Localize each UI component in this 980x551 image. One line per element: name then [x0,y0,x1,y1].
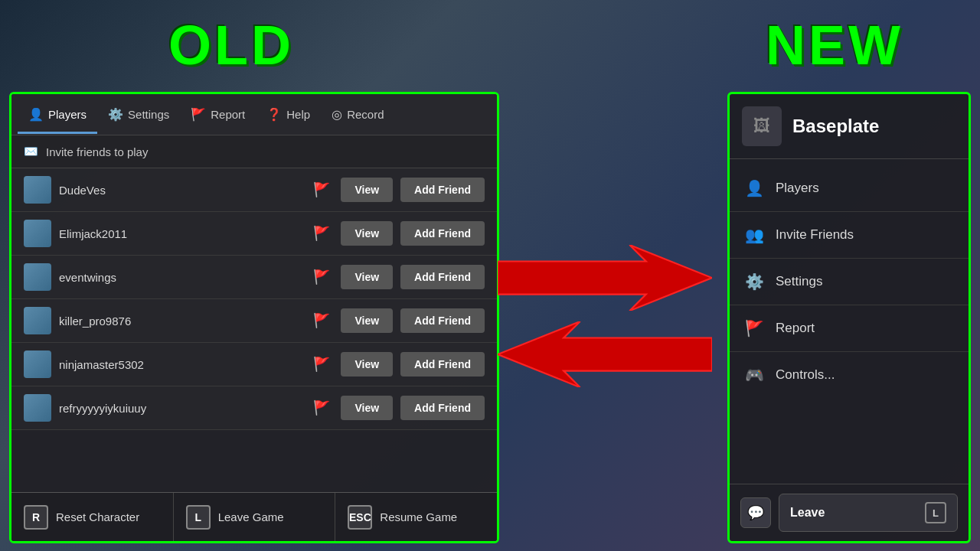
bottom-bar: R Reset Character L Leave Game ESC Resum… [11,492,497,541]
invite-friends-icon: 👥 [745,226,763,244]
player-name: killer_pro9876 [59,315,302,328]
tab-players-label: Players [48,108,87,121]
player-name: ninjamaster5302 [59,358,302,371]
player-name: DudeVes [59,184,302,197]
record-icon: ◎ [332,107,342,122]
controls-icon: 🎮 [745,366,763,384]
settings-icon: ⚙️ [745,272,763,291]
help-icon: ❓ [266,107,282,122]
table-row: eventwings 🚩 View Add Friend [11,256,497,299]
avatar [24,263,51,291]
mail-icon: ✉️ [24,145,38,158]
avatar [24,176,51,204]
arrow-left [498,321,712,390]
menu-item-players[interactable]: 👤 Players [730,165,969,212]
leave-button[interactable]: Leave L [779,494,958,532]
player-name: Elimjack2011 [59,227,302,240]
players-list: DudeVes 🚩 View Add Friend Elimjack2011 🚩… [11,168,497,492]
old-panel: 👤 Players ⚙️ Settings 🚩 Report ❓ Help ◎ … [9,92,499,543]
view-button[interactable]: View [341,178,393,202]
game-thumbnail: 🖼 [742,106,782,146]
view-button[interactable]: View [341,265,393,289]
esc-key-badge: ESC [348,505,372,530]
leave-key-badge: L [925,502,946,523]
resume-game-button[interactable]: ESC Resume Game [335,493,497,541]
view-button[interactable]: View [341,221,393,246]
resume-game-label: Resume Game [380,510,457,523]
flag-button[interactable]: 🚩 [310,396,333,419]
players-icon: 👤 [745,179,763,197]
leave-game-button[interactable]: L Leave Game [174,493,336,541]
tab-record[interactable]: ◎ Record [321,101,394,128]
report-icon: 🚩 [745,319,763,337]
tab-report-label: Report [211,108,245,121]
new-panel-header: 🖼 Baseplate [730,94,969,159]
flag-button[interactable]: 🚩 [310,178,333,201]
flag-button[interactable]: 🚩 [310,222,333,245]
menu-item-settings[interactable]: ⚙️ Settings [730,259,969,305]
add-friend-button[interactable]: Add Friend [400,178,485,202]
player-name: refryyyyyiykuiuuy [59,402,302,415]
add-friend-button[interactable]: Add Friend [400,308,485,333]
old-label: OLD [168,14,294,77]
table-row: ninjamaster5302 🚩 View Add Friend [11,343,497,386]
menu-item-invite-friends[interactable]: 👥 Invite Friends [730,212,969,259]
menu-invite-label: Invite Friends [776,227,854,243]
table-row: refryyyyyiykuiuuy 🚩 View Add Friend [11,386,497,430]
players-icon: 👤 [28,107,44,122]
avatar [24,307,51,334]
flag-button[interactable]: 🚩 [310,309,333,332]
settings-icon: ⚙️ [108,107,123,122]
reset-character-label: Reset Character [56,510,139,523]
menu-controls-label: Controls... [776,367,835,383]
tab-report[interactable]: 🚩 Report [180,101,256,128]
r-key-badge: R [24,505,48,530]
new-panel-menu: 👤 Players 👥 Invite Friends ⚙️ Settings 🚩… [730,159,969,484]
tab-bar: 👤 Players ⚙️ Settings 🚩 Report ❓ Help ◎ … [11,94,497,135]
add-friend-button[interactable]: Add Friend [400,265,485,289]
add-friend-button[interactable]: Add Friend [400,396,485,420]
menu-report-label: Report [776,321,815,336]
new-panel-footer: 💬 Leave L [730,484,969,541]
table-row: Elimjack2011 🚩 View Add Friend [11,212,497,256]
flag-button[interactable]: 🚩 [310,266,333,289]
menu-item-controls[interactable]: 🎮 Controls... [730,352,969,398]
arrow-right [498,245,712,314]
leave-label: Leave [790,506,825,520]
avatar [24,220,51,247]
view-button[interactable]: View [341,396,393,420]
chat-icon: 💬 [747,504,764,521]
leave-game-label: Leave Game [218,510,284,523]
game-title: Baseplate [792,116,879,137]
add-friend-button[interactable]: Add Friend [400,221,485,246]
table-row: DudeVes 🚩 View Add Friend [11,168,497,212]
image-icon: 🖼 [753,116,770,136]
reset-character-button[interactable]: R Reset Character [11,493,174,541]
invite-text: Invite friends to play [46,145,148,158]
menu-item-report[interactable]: 🚩 Report [730,305,969,352]
svg-marker-1 [498,321,712,387]
view-button[interactable]: View [341,352,393,377]
tab-help-label: Help [286,108,310,121]
view-button[interactable]: View [341,308,393,333]
table-row: killer_pro9876 🚩 View Add Friend [11,299,497,343]
menu-players-label: Players [776,181,819,196]
tab-players[interactable]: 👤 Players [18,101,97,128]
add-friend-button[interactable]: Add Friend [400,352,485,377]
new-label: NEW [766,14,903,77]
player-name: eventwings [59,271,302,284]
svg-marker-0 [498,245,712,311]
chat-button[interactable]: 💬 [740,497,771,528]
avatar [24,394,51,422]
tab-record-label: Record [347,108,384,121]
menu-settings-label: Settings [776,274,822,289]
invite-bar[interactable]: ✉️ Invite friends to play [11,135,497,168]
tab-help[interactable]: ❓ Help [256,101,321,128]
tab-settings[interactable]: ⚙️ Settings [97,101,180,128]
new-panel: 🖼 Baseplate 👤 Players 👥 Invite Friends ⚙… [727,92,971,543]
flag-button[interactable]: 🚩 [310,353,333,376]
report-icon: 🚩 [191,107,206,122]
avatar [24,350,51,378]
l-key-badge: L [186,505,211,530]
tab-settings-label: Settings [128,108,169,121]
